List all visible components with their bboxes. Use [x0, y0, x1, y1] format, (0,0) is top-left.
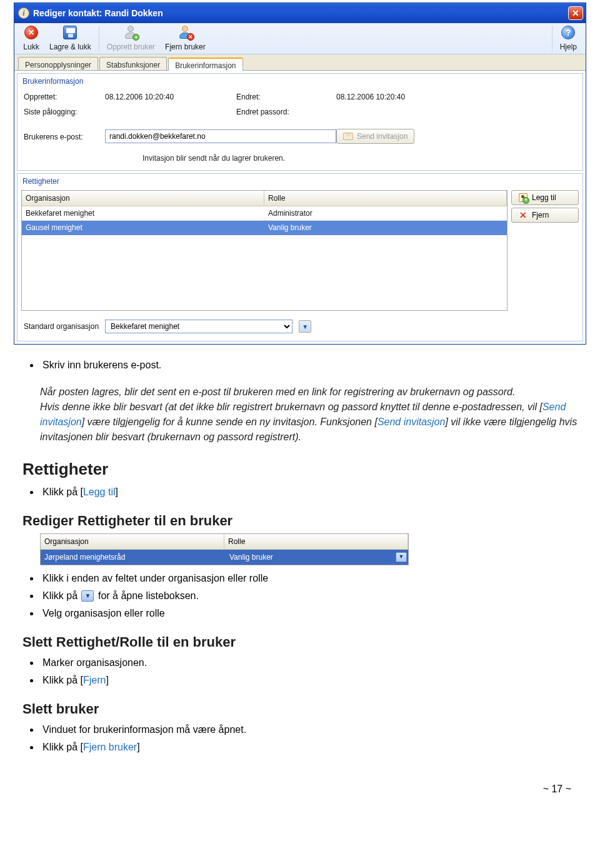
small-rights-table: Organisasjon Rolle Jørpeland menighetsrå…	[40, 533, 409, 565]
rights-role-cell: Vanlig bruker	[264, 221, 507, 235]
send-invitation-label: Send invitasjon	[357, 132, 408, 141]
user-info-group: Brukerinformasjon Opprettet: 08.12.2006 …	[17, 73, 583, 171]
created-label: Opprettet:	[24, 91, 105, 103]
heading-rediger-rettigheter: Rediger Rettigheter til en bruker	[22, 510, 589, 531]
toolbar: ✕ Lukk Lagre & lukk + Opprett bruker ✕ F…	[14, 23, 586, 54]
rights-org-cell: Gausel menighet	[22, 221, 264, 235]
smalltbl-header-org[interactable]: Organisasjon	[41, 534, 224, 550]
rights-row[interactable]: Bekkefaret menighet Administrator	[22, 206, 507, 221]
doc-bullet: Skriv inn brukerens e-post.	[40, 357, 589, 375]
rights-row[interactable]: Gausel menighet Vanlig bruker	[22, 221, 507, 235]
toolbar-create-user-label: Opprett bruker	[107, 41, 155, 53]
doc-bullet: Vinduet for brukerinformasjon må være åp…	[40, 722, 589, 739]
person-add-icon: +	[124, 26, 137, 39]
window-close-button[interactable]: ✕	[568, 6, 583, 20]
heading-rettigheter: Rettigheter	[22, 457, 589, 482]
link-send-invitation: Send invitasjon	[378, 416, 446, 427]
lastlogin-label: Siste pålogging:	[24, 106, 105, 118]
link-fjern: Fjern	[83, 675, 106, 685]
toolbar-close-button[interactable]: ✕ Lukk	[18, 23, 44, 54]
tab-personopplysninger[interactable]: Personopplysninger	[18, 57, 98, 70]
toolbar-remove-user-button[interactable]: ✕ Fjern bruker	[160, 23, 211, 54]
person-remove-icon: ✕	[179, 26, 191, 39]
doc-bullet: Klikk på ▼ for å åpne listeboksen.	[40, 588, 589, 605]
doc-bullet: Klikk på [Fjern]	[40, 672, 589, 690]
rights-add-label: Legg til	[532, 193, 556, 202]
edit-contact-dialog: i Rediger kontakt: Randi Dokken ✕ ✕ Lukk…	[14, 3, 586, 345]
toolbar-help-button[interactable]: ? Hjelp	[555, 23, 582, 54]
close-icon: ✕	[24, 26, 38, 39]
rights-legend: Rettigheter	[18, 174, 582, 189]
tab-brukerinformasjon[interactable]: Brukerinformasjon	[168, 58, 242, 71]
send-invitation-button: Send invitasjon	[336, 129, 414, 144]
app-icon: i	[18, 8, 29, 19]
add-person-icon	[518, 193, 528, 202]
smalltbl-org-cell: Jørpeland menighetsråd	[41, 550, 226, 565]
rights-remove-label: Fjern	[532, 211, 549, 220]
doc-bullet: Velg organisasjon eller rolle	[40, 605, 589, 623]
toolbar-create-user-button: + Opprett bruker	[102, 23, 160, 54]
rights-role-cell: Administrator	[264, 206, 507, 221]
changed-label: Endret:	[236, 91, 336, 103]
heading-slett-bruker: Slett bruker	[22, 699, 589, 719]
rights-table[interactable]: Organisasjon Rolle Bekkefaret menighet A…	[21, 190, 508, 311]
rights-header-role[interactable]: Rolle	[264, 191, 507, 206]
rights-remove-button[interactable]: ✕ Fjern	[511, 208, 579, 223]
titlebar[interactable]: i Rediger kontakt: Randi Dokken ✕	[14, 3, 586, 23]
window-title: Rediger kontakt: Randi Dokken	[33, 7, 163, 20]
tabs: Personopplysninger Stabsfunksjoner Bruke…	[14, 54, 586, 71]
save-icon	[63, 26, 77, 39]
smalltbl-role-cell: Vanlig bruker	[229, 552, 396, 563]
doc-bullet: Marker organisasjonen.	[40, 655, 589, 672]
smalltbl-header-role[interactable]: Rolle	[224, 534, 408, 550]
doc-note: Når posten lagres, blir det sent en e-po…	[11, 383, 589, 453]
toolbar-save-label: Lagre & lukk	[49, 41, 91, 53]
toolbar-close-label: Lukk	[23, 41, 39, 53]
email-input[interactable]	[105, 129, 336, 143]
user-info-legend: Brukerinformasjon	[18, 74, 582, 89]
std-org-label: Standard organisasjon	[24, 321, 99, 332]
toolbar-save-button[interactable]: Lagre & lukk	[44, 23, 96, 54]
invitation-note: Invitasjon blir sendt når du lagrer bruk…	[18, 150, 582, 170]
link-fjern-bruker: Fjern bruker	[83, 742, 137, 752]
rights-org-cell: Bekkefaret menighet	[22, 206, 264, 221]
created-value: 08.12.2006 10:20:40	[105, 91, 236, 103]
rights-header-org[interactable]: Organisasjon	[22, 191, 264, 206]
help-icon: ?	[561, 26, 575, 39]
tab-stabsfunksjoner[interactable]: Stabsfunksjoner	[99, 57, 167, 70]
page-number: ~ 17 ~	[11, 765, 589, 802]
changed-value: 08.12.2006 10:20:40	[336, 91, 576, 103]
remove-x-icon: ✕	[518, 211, 528, 220]
toolbar-help-label: Hjelp	[560, 41, 577, 53]
email-label: Brukerens e-post:	[24, 123, 105, 143]
std-org-select[interactable]: Bekkefaret menighet	[105, 320, 292, 333]
rights-group: Rettigheter Organisasjon Rolle Bekkefare…	[17, 173, 583, 341]
dropdown-arrow-icon[interactable]: ▼	[299, 320, 311, 333]
heading-slett-rettighet: Slett Rettighet/Rolle til en bruker	[22, 632, 589, 652]
rights-add-button[interactable]: Legg til	[511, 190, 579, 205]
mail-icon	[343, 132, 353, 141]
doc-bullet: Klikk på [Legg til]	[40, 484, 589, 502]
changedpw-label: Endret passord:	[236, 106, 336, 118]
link-legg-til: Legg til	[83, 487, 116, 497]
doc-bullet: Klikk på [Fjern bruker]	[40, 739, 589, 757]
smalltbl-row[interactable]: Jørpeland menighetsråd Vanlig bruker ▼	[41, 550, 408, 565]
dropdown-arrow-icon[interactable]: ▼	[396, 552, 407, 562]
doc-bullet: Klikk i enden av feltet under organisasj…	[40, 570, 589, 588]
toolbar-remove-user-label: Fjern bruker	[165, 41, 206, 53]
dropdown-arrow-icon: ▼	[81, 590, 94, 602]
